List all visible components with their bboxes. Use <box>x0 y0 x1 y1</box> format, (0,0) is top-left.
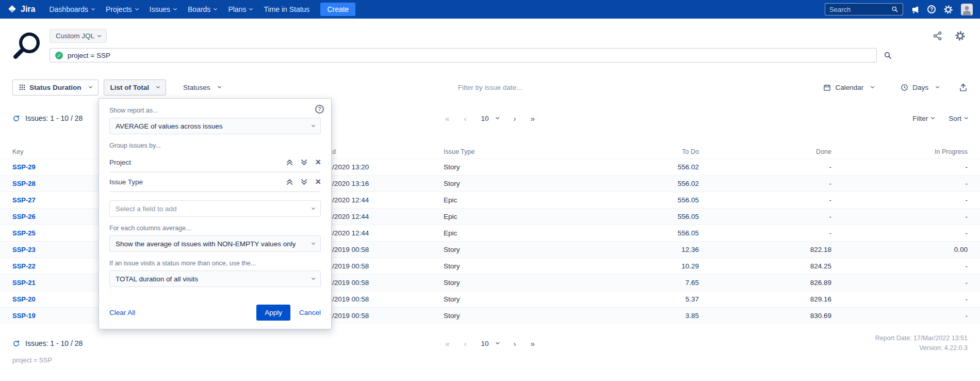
clear-all-link[interactable]: Clear All <box>109 309 135 316</box>
view-mode-button[interactable]: List of Total <box>104 80 167 96</box>
nav-dashboards[interactable]: Dashboards <box>43 0 100 19</box>
move-to-bottom-icon[interactable] <box>301 159 307 166</box>
page-size-select[interactable]: 10 <box>481 340 499 347</box>
header-todo: To Do <box>573 148 699 155</box>
megaphone-icon[interactable] <box>911 5 920 14</box>
issue-key-link[interactable]: SSP-21 <box>12 279 36 287</box>
created-cell: /2019 00:58 <box>332 262 444 270</box>
created-cell: /2019 00:58 <box>332 295 444 303</box>
next-page-icon[interactable]: › <box>514 114 516 123</box>
issue-key-link[interactable]: SSP-20 <box>12 295 36 303</box>
prev-page-icon[interactable]: ‹ <box>464 339 466 348</box>
first-page-icon[interactable]: « <box>445 114 449 123</box>
calendar-button[interactable]: Calendar <box>816 80 880 96</box>
issue-type-cell: Story <box>444 163 573 171</box>
jql-input[interactable]: ✓ project = SSP <box>50 48 877 62</box>
nav-boards[interactable]: Boards <box>182 0 222 19</box>
created-cell: /2019 00:58 <box>332 312 444 320</box>
remove-field-icon[interactable]: × <box>315 177 321 186</box>
nav-projects[interactable]: Projects <box>100 0 144 19</box>
issue-type-cell: Epic <box>444 196 573 204</box>
jira-home-link[interactable]: Jira <box>7 5 35 14</box>
move-to-top-icon[interactable] <box>286 179 293 185</box>
header-created-fragment: d <box>332 148 444 155</box>
create-button[interactable]: Create <box>320 3 355 16</box>
report-as-select[interactable]: AVERAGE of values across issues <box>109 118 321 134</box>
move-to-bottom-icon[interactable] <box>301 179 307 185</box>
jql-search-icon[interactable] <box>884 51 892 60</box>
export-icon[interactable] <box>959 83 968 92</box>
page-size-select[interactable]: 10 <box>481 115 499 122</box>
move-to-top-icon[interactable] <box>286 159 293 166</box>
add-field-select[interactable]: Select a field to add <box>109 200 321 217</box>
nav-search-input[interactable]: Search <box>825 3 903 15</box>
average-mode-select[interactable]: Show the average of issues with NON-EMPT… <box>109 235 321 252</box>
footer-jql-text: project = SSP <box>12 357 52 364</box>
issues-bar-bottom: Issues: 1 - 10 / 28 « ‹ 10 › » Report Da… <box>0 336 980 351</box>
apply-button[interactable]: Apply <box>256 305 290 321</box>
done-cell: - <box>699 196 831 204</box>
in-progress-cell: - <box>831 279 968 287</box>
app-logo-magnifier-icon <box>11 30 42 62</box>
created-cell: /2020 13:16 <box>332 180 444 187</box>
todo-cell: 5.37 <box>573 295 699 303</box>
nav-plans[interactable]: Plans <box>222 0 258 19</box>
todo-cell: 12.36 <box>573 246 699 253</box>
clock-icon <box>901 84 908 91</box>
issue-date-filter[interactable]: Filter by issue date... <box>458 84 522 91</box>
first-page-icon[interactable]: « <box>445 339 449 348</box>
nav-issues[interactable]: Issues <box>144 0 182 19</box>
refresh-icon[interactable] <box>12 340 20 347</box>
gear-icon[interactable] <box>943 5 953 14</box>
nav-time-in-status[interactable]: Time in Status <box>258 0 315 19</box>
issue-key-link[interactable]: SSP-29 <box>12 163 36 171</box>
issue-type-cell: Epic <box>444 229 573 237</box>
group-by-label: Group issues by... <box>109 142 321 149</box>
visits-mode-select[interactable]: TOTAL duration of all visits <box>109 271 321 287</box>
share-icon[interactable] <box>933 31 942 41</box>
jql-valid-icon: ✓ <box>55 52 63 59</box>
created-cell: /2020 12:44 <box>332 196 444 204</box>
in-progress-cell: - <box>831 163 968 171</box>
created-cell: /2019 00:58 <box>332 246 444 253</box>
refresh-icon[interactable] <box>12 115 20 122</box>
help-icon[interactable]: ? <box>927 5 936 13</box>
prev-page-icon[interactable]: ‹ <box>464 114 466 123</box>
view-settings-dropdown: ? Show report as... AVERAGE of values ac… <box>99 98 332 329</box>
issue-key-link[interactable]: SSP-19 <box>12 312 36 320</box>
issue-key-link[interactable]: SSP-26 <box>12 213 36 220</box>
done-cell: - <box>699 180 831 187</box>
search-icon <box>891 6 899 13</box>
user-avatar[interactable] <box>961 4 973 15</box>
report-info: Report Date: 17/Mar/2022 13:51 Version: … <box>875 334 968 354</box>
issue-key-link[interactable]: SSP-23 <box>12 246 36 253</box>
settings-gear-icon[interactable] <box>955 30 966 41</box>
issue-key-link[interactable]: SSP-27 <box>12 196 36 204</box>
issue-type-cell: Epic <box>444 213 573 220</box>
remove-field-icon[interactable]: × <box>315 157 321 167</box>
issue-type-cell: Story <box>444 312 573 320</box>
top-navigation: Jira Dashboards Projects Issues Boards P… <box>0 0 980 19</box>
jira-brand-text: Jira <box>21 5 35 14</box>
created-cell: /2019 00:58 <box>332 279 444 287</box>
statuses-button[interactable]: Statuses <box>176 80 227 96</box>
header-in-progress: In Progress <box>831 148 968 155</box>
done-cell: 830.69 <box>699 312 831 320</box>
in-progress-cell: 0.00 <box>831 246 968 253</box>
report-type-button[interactable]: Status Duration <box>12 80 99 96</box>
next-page-icon[interactable]: › <box>514 339 516 348</box>
custom-jql-button[interactable]: Custom JQL <box>50 29 107 43</box>
panel-help-icon[interactable]: ? <box>315 105 324 114</box>
todo-cell: 10.29 <box>573 262 699 270</box>
issue-key-link[interactable]: SSP-28 <box>12 180 36 187</box>
last-page-icon[interactable]: » <box>531 339 535 348</box>
done-cell: 826.89 <box>699 279 831 287</box>
cancel-link[interactable]: Cancel <box>299 309 321 316</box>
pagination-bottom: « ‹ 10 › » <box>445 339 535 348</box>
issue-key-link[interactable]: SSP-25 <box>12 229 36 237</box>
last-page-icon[interactable]: » <box>531 114 535 123</box>
issue-key-link[interactable]: SSP-22 <box>12 262 36 270</box>
filter-button[interactable]: Filter <box>912 115 934 122</box>
sort-button[interactable]: Sort <box>949 115 968 122</box>
time-unit-button[interactable]: Days <box>894 80 945 96</box>
